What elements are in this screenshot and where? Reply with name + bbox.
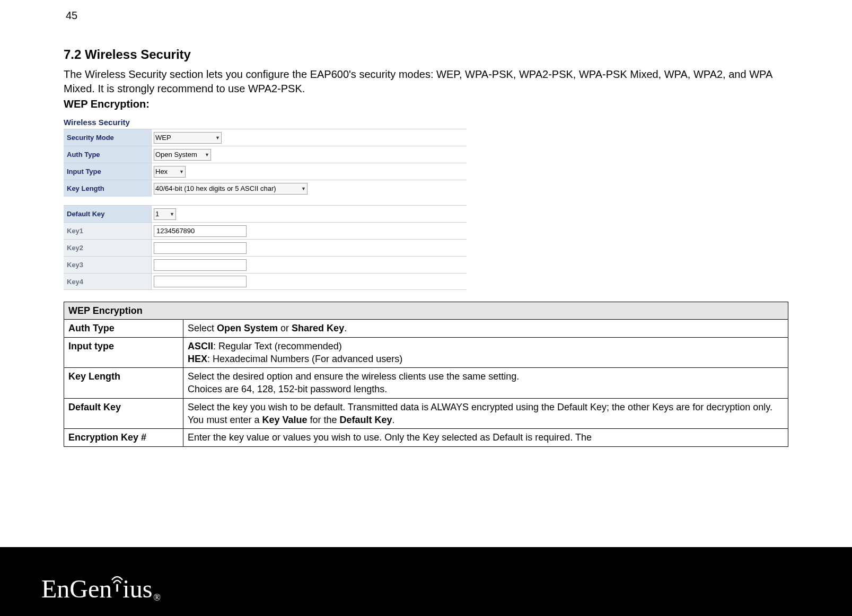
page-number: 45 (64, 10, 788, 22)
row-desc: Enter the key value or values you wish t… (183, 429, 788, 446)
engenius-logo: EnGen ius® (41, 574, 161, 603)
intro-paragraph: The Wireless Security section lets you c… (64, 67, 788, 96)
default-key-label: Default Key (64, 206, 151, 222)
key-length-value: 40/64-bit (10 hex digits or 5 ASCII char… (155, 184, 276, 192)
row-label: Auth Type (64, 320, 183, 337)
caret-down-icon: ▼ (179, 169, 184, 174)
table-row: Key Length Select the desired option and… (64, 368, 788, 399)
table-header-row: WEP Encryption (64, 302, 788, 320)
table-row: Auth Type Select Open System or Shared K… (64, 320, 788, 337)
wep-description-table: WEP Encryption Auth Type Select Open Sys… (64, 302, 788, 447)
security-mode-value: WEP (155, 134, 171, 142)
logo-ius: ius (122, 574, 152, 603)
auth-type-value: Open System (155, 151, 197, 159)
wireless-security-screenshot: Wireless Security Security Mode WEP ▼ Au… (64, 118, 467, 290)
row-label: Default Key (64, 398, 183, 429)
caret-down-icon: ▼ (170, 212, 174, 217)
key4-input[interactable] (154, 276, 247, 287)
caret-down-icon: ▼ (205, 152, 209, 157)
default-key-select[interactable]: 1 ▼ (154, 208, 176, 220)
ws-title: Wireless Security (64, 118, 467, 127)
row-desc: ASCII: Regular Text (recommended)HEX: He… (183, 337, 788, 368)
row-desc: Select Open System or Shared Key. (183, 320, 788, 337)
key1-label: Key1 (64, 223, 151, 239)
table-header: WEP Encryption (64, 302, 788, 320)
key3-label: Key3 (64, 257, 151, 273)
logo-en: En (41, 574, 69, 603)
default-key-value: 1 (155, 210, 159, 218)
row-label: Input type (64, 337, 183, 368)
caret-down-icon: ▼ (301, 186, 306, 191)
row-desc: Select the key you wish to be default. T… (183, 398, 788, 429)
row-label: Key Length (64, 368, 183, 399)
caret-down-icon: ▼ (215, 135, 220, 140)
section-heading: 7.2 Wireless Security (64, 47, 788, 62)
registered-icon: ® (153, 592, 161, 603)
auth-type-select[interactable]: Open System ▼ (154, 149, 211, 161)
footer: EnGen ius® (0, 547, 852, 616)
table-row: Input type ASCII: Regular Text (recommen… (64, 337, 788, 368)
security-mode-select[interactable]: WEP ▼ (154, 132, 222, 144)
row-label: Encryption Key # (64, 429, 183, 446)
key1-input[interactable] (154, 225, 247, 237)
key-length-label: Key Length (64, 180, 151, 197)
table-row: Default Key Select the key you wish to b… (64, 398, 788, 429)
security-mode-label: Security Mode (64, 129, 151, 146)
wep-subheading: WEP Encryption: (64, 98, 788, 110)
auth-type-label: Auth Type (64, 146, 151, 163)
key2-label: Key2 (64, 240, 151, 256)
table-row: Encryption Key # Enter the key value or … (64, 429, 788, 446)
svg-rect-0 (117, 584, 118, 592)
wifi-icon (110, 573, 125, 593)
input-type-select[interactable]: Hex ▼ (154, 166, 186, 178)
key-length-select[interactable]: 40/64-bit (10 hex digits or 5 ASCII char… (154, 183, 308, 195)
key3-input[interactable] (154, 259, 247, 271)
input-type-label: Input Type (64, 163, 151, 180)
key2-input[interactable] (154, 242, 247, 254)
logo-gen: Gen (69, 574, 112, 603)
key4-label: Key4 (64, 274, 151, 289)
row-desc: Select the desired option and ensure the… (183, 368, 788, 399)
input-type-value: Hex (155, 168, 168, 175)
